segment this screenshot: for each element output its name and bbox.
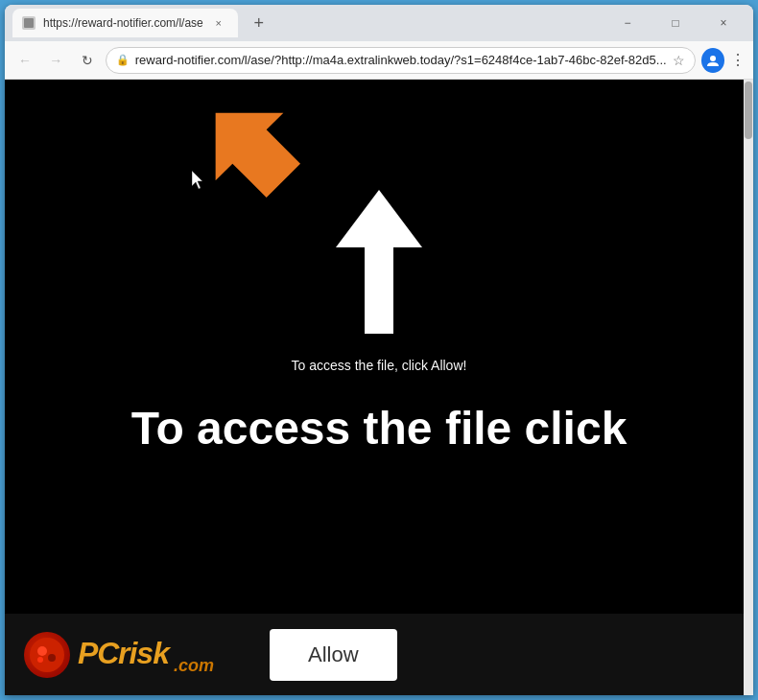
- refresh-button[interactable]: ↻: [74, 47, 99, 74]
- bottom-bar: PC risk .com Allow: [5, 614, 753, 695]
- svg-point-7: [48, 654, 56, 662]
- pcrisk-logo-text: PC risk .com: [78, 629, 231, 681]
- page-content: To access the file, click Allow! To acce…: [5, 80, 753, 695]
- svg-point-8: [37, 657, 43, 663]
- scrollbar[interactable]: [744, 80, 753, 695]
- browser-tab[interactable]: https://reward-notifier.com/l/ase ×: [12, 9, 238, 37]
- tab-close-button[interactable]: ×: [211, 15, 226, 31]
- svg-text:.com: .com: [174, 656, 214, 675]
- svg-text:risk: risk: [118, 636, 172, 670]
- scrollbar-thumb[interactable]: [745, 82, 752, 139]
- address-text: reward-notifier.com/l/ase/?http://ma4a.e…: [135, 53, 667, 67]
- orange-arrow-indicator: [197, 94, 302, 203]
- window-controls: − □ ×: [605, 9, 746, 37]
- navigation-bar: ← → ↻ 🔒 reward-notifier.com/l/ase/?http:…: [5, 41, 753, 80]
- pcrisk-logo-icon: [24, 632, 70, 678]
- svg-point-1: [710, 56, 716, 61]
- svg-point-6: [37, 646, 47, 656]
- svg-marker-3: [192, 171, 202, 189]
- svg-rect-0: [24, 18, 34, 28]
- maximize-button[interactable]: □: [653, 9, 698, 37]
- browser-menu-icon[interactable]: ⋮: [730, 51, 746, 69]
- svg-point-5: [30, 638, 64, 672]
- tab-title: https://reward-notifier.com/l/ase: [43, 16, 203, 30]
- svg-marker-2: [197, 94, 302, 199]
- bookmark-icon[interactable]: ☆: [673, 53, 685, 68]
- allow-button[interactable]: Allow: [270, 629, 397, 681]
- svg-marker-4: [336, 190, 422, 334]
- pcrisk-logo: PC risk .com: [24, 629, 231, 681]
- tab-favicon: [22, 16, 36, 30]
- address-bar[interactable]: 🔒 reward-notifier.com/l/ase/?http://ma4a…: [106, 47, 696, 74]
- browser-window: https://reward-notifier.com/l/ase × + − …: [5, 5, 753, 695]
- window-close-button[interactable]: ×: [701, 9, 746, 37]
- forward-button[interactable]: →: [43, 47, 68, 74]
- profile-icon[interactable]: [701, 48, 724, 73]
- lock-icon: 🔒: [116, 54, 130, 66]
- big-instruction-text: To access the file click: [112, 402, 647, 455]
- new-tab-button[interactable]: +: [246, 10, 272, 36]
- white-up-arrow: [331, 185, 427, 338]
- white-arrow-container: [331, 137, 427, 338]
- title-bar: https://reward-notifier.com/l/ase × + − …: [5, 5, 753, 41]
- svg-text:PC: PC: [78, 636, 120, 670]
- small-instruction-text: To access the file, click Allow!: [292, 358, 467, 373]
- back-button[interactable]: ←: [12, 47, 37, 74]
- minimize-button[interactable]: −: [605, 9, 650, 37]
- cursor-indicator: [192, 171, 207, 194]
